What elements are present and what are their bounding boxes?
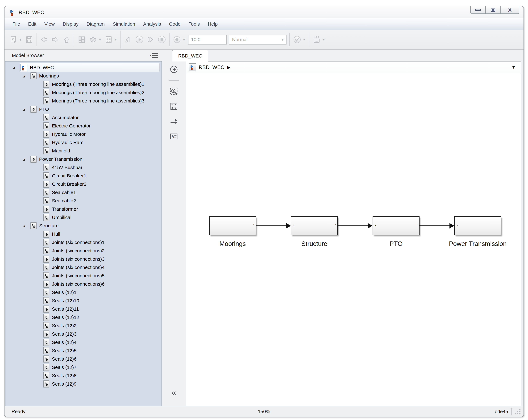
tree-item-seals-12-3[interactable]: Seals (12)3 <box>5 330 162 338</box>
minimize-button[interactable] <box>470 6 486 14</box>
tree-item-joints-six-connections-5[interactable]: Joints (six connections)5 <box>5 272 162 280</box>
tree-item-seals-12-12[interactable]: Seals (12)12 <box>5 313 162 322</box>
tree-item-moorings-three-mooring-line-assemblies-3[interactable]: Moorings (Three mooring line assemblies)… <box>5 97 162 105</box>
update-diagram-button[interactable] <box>293 35 301 44</box>
update-diagram-dropdown[interactable]: ▾ <box>303 37 305 42</box>
tree-item-seals-12-2[interactable]: Seals (12)2 <box>5 322 162 330</box>
annotation-button[interactable] <box>169 132 178 141</box>
tree-item-electric-generator[interactable]: Electric Generator <box>5 122 162 130</box>
tree-item-accumulator[interactable]: Accumulator <box>5 113 162 122</box>
breadcrumb-model-name[interactable]: RBD_WEC <box>199 64 224 70</box>
menu-file[interactable]: File <box>8 18 24 30</box>
tree-item-seals-12-11[interactable]: Seals (12)11 <box>5 305 162 313</box>
tree-item-joints-six-connections-3[interactable]: Joints (six connections)3 <box>5 255 162 263</box>
signal-line[interactable] <box>420 225 450 226</box>
record-dropdown[interactable]: ▾ <box>183 37 185 42</box>
close-button[interactable]: X <box>500 6 519 14</box>
back-button-canvas[interactable] <box>169 65 178 74</box>
tab-rbd-wec[interactable]: RBD_WEC <box>172 50 208 61</box>
model-browser-tree[interactable]: ◢RBD_WEC◢MooringsMoorings (Three mooring… <box>5 61 162 406</box>
menu-tools[interactable]: Tools <box>185 18 204 30</box>
block-pto[interactable]: ›’ <box>372 216 420 235</box>
library-browser-button[interactable] <box>77 35 86 44</box>
fit-to-view-button[interactable] <box>169 102 178 111</box>
tree-item-seals-12-1[interactable]: Seals (12)1 <box>5 288 162 297</box>
collapse-browser-button[interactable]: « <box>172 388 176 397</box>
tree-item-hydraulic-motor[interactable]: Hydraulic Motor <box>5 130 162 138</box>
new-model-button[interactable] <box>9 35 18 44</box>
tree-item-hydraulic-ram[interactable]: Hydraulic Ram <box>5 138 162 147</box>
tree-item-415v-bushbar[interactable]: 415V Bushbar <box>5 163 162 172</box>
tree-item-rbd-wec[interactable]: ◢RBD_WEC <box>5 63 162 72</box>
model-settings-button[interactable] <box>88 35 97 44</box>
tree-item-moorings-three-mooring-line-assemblies-1[interactable]: Moorings (Three mooring line assemblies)… <box>5 80 162 88</box>
block-moorings[interactable]: ’ <box>209 216 256 235</box>
tree-item-moorings-three-mooring-line-assemblies-2[interactable]: Moorings (Three mooring line assemblies)… <box>5 88 162 97</box>
diagram-canvas[interactable]: ’Moorings›’Structure›’PTO›Power Transmis… <box>186 73 521 406</box>
solver-name[interactable]: ode45 <box>495 409 508 414</box>
tree-item-pto[interactable]: ◢PTO <box>5 105 162 113</box>
sim-mode-select[interactable]: Normal ▾ <box>229 35 287 45</box>
tree-expander-icon[interactable]: ◢ <box>23 157 28 161</box>
tree-item-transformer[interactable]: Transformer <box>5 205 162 213</box>
model-browser-menu-button[interactable]: ▾ <box>150 53 158 58</box>
tree-item-seals-12-8[interactable]: Seals (12)8 <box>5 372 162 380</box>
tree-item-circuit-breaker2[interactable]: Circuit Breaker2 <box>5 180 162 188</box>
tree-item-moorings[interactable]: ◢Moorings <box>5 72 162 80</box>
tree-item-joints-six-connections-1[interactable]: Joints (six connections)1 <box>5 238 162 246</box>
tree-item-umbilical[interactable]: Umbilical <box>5 213 162 222</box>
menu-analysis[interactable]: Analysis <box>139 18 165 30</box>
tree-expander-icon[interactable]: ◢ <box>23 107 28 111</box>
tree-item-seals-12-6[interactable]: Seals (12)6 <box>5 355 162 363</box>
zoom-region-button[interactable] <box>169 87 178 96</box>
breadcrumb-arrow-icon[interactable]: ▶ <box>227 65 230 70</box>
tree-item-seals-12-7[interactable]: Seals (12)7 <box>5 363 162 372</box>
tree-item-sea-cable1[interactable]: Sea cable1 <box>5 188 162 197</box>
block-power-transmission[interactable]: › <box>454 216 501 235</box>
run-button[interactable] <box>135 35 144 44</box>
menu-edit[interactable]: Edit <box>24 18 40 30</box>
menu-simulation[interactable]: Simulation <box>109 18 139 30</box>
tree-item-hull[interactable]: Hull <box>5 230 162 238</box>
model-configuration-button[interactable] <box>104 35 113 44</box>
menu-help[interactable]: Help <box>204 18 222 30</box>
model-settings-dropdown[interactable]: ▾ <box>99 37 101 42</box>
tree-item-manifold[interactable]: Manifold <box>5 147 162 155</box>
back-button[interactable] <box>40 35 49 44</box>
menu-display[interactable]: Display <box>59 18 83 30</box>
breadcrumb-model-icon[interactable] <box>189 63 196 71</box>
tree-item-sea-cable2[interactable]: Sea cable2 <box>5 197 162 205</box>
block-structure[interactable]: ›’ <box>291 216 338 235</box>
tree-item-circuit-breaker1[interactable]: Circuit Breaker1 <box>5 172 162 180</box>
restore-button[interactable] <box>485 6 501 14</box>
stop-button[interactable] <box>157 35 166 44</box>
tree-item-seals-12-10[interactable]: Seals (12)10 <box>5 297 162 305</box>
step-back-button[interactable] <box>124 35 133 44</box>
breadcrumb-dropdown-icon[interactable]: ▼ <box>511 65 516 70</box>
tree-item-structure[interactable]: ◢Structure <box>5 222 162 230</box>
model-configuration-dropdown[interactable]: ▾ <box>115 37 117 42</box>
signal-line[interactable] <box>338 225 368 226</box>
step-forward-button[interactable] <box>146 35 155 44</box>
tree-expander-icon[interactable]: ◢ <box>23 224 28 228</box>
tree-expander-icon[interactable]: ◢ <box>12 66 17 70</box>
tree-item-joints-six-connections-2[interactable]: Joints (six connections)2 <box>5 246 162 255</box>
tree-expander-icon[interactable]: ◢ <box>23 74 28 78</box>
fast-restart-dropdown[interactable]: ▾ <box>323 37 325 42</box>
menu-code[interactable]: Code <box>165 18 185 30</box>
menu-diagram[interactable]: Diagram <box>83 18 109 30</box>
new-model-dropdown[interactable]: ▾ <box>20 37 22 42</box>
fast-restart-button[interactable] <box>312 35 321 44</box>
tree-item-power-transmission[interactable]: ◢Power Transmission <box>5 155 162 163</box>
record-button[interactable] <box>172 35 181 44</box>
signal-lines-button[interactable] <box>169 117 178 126</box>
forward-button[interactable] <box>51 35 60 44</box>
tree-item-joints-six-connections-6[interactable]: Joints (six connections)6 <box>5 280 162 288</box>
tree-item-joints-six-connections-4[interactable]: Joints (six connections)4 <box>5 263 162 272</box>
tree-item-seals-12-9[interactable]: Seals (12)9 <box>5 380 162 388</box>
resize-grip[interactable] <box>515 408 521 415</box>
tree-item-seals-12-4[interactable]: Seals (12)4 <box>5 338 162 347</box>
menu-view[interactable]: View <box>40 18 59 30</box>
tree-item-seals-12-5[interactable]: Seals (12)5 <box>5 347 162 355</box>
up-to-parent-button[interactable] <box>62 35 71 44</box>
